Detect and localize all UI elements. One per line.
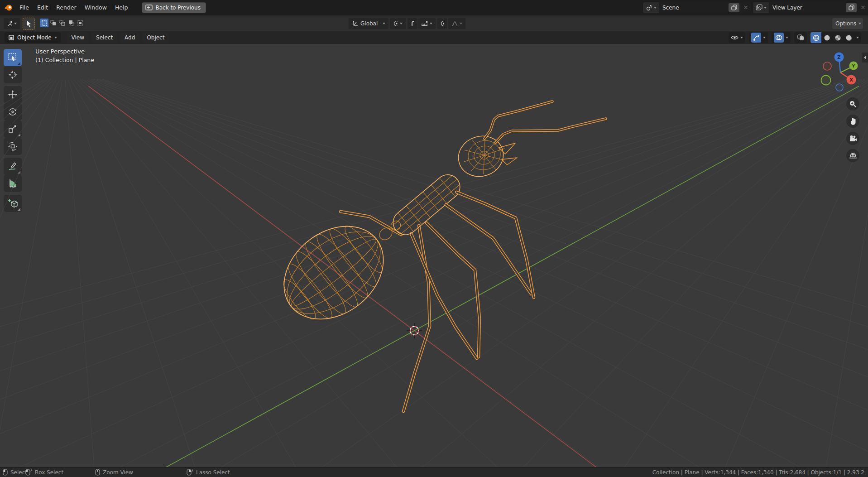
chevron-down-icon bbox=[856, 37, 859, 39]
xray-toggle-button[interactable] bbox=[794, 32, 807, 43]
screen-back-icon bbox=[145, 5, 153, 10]
copy-pages-icon bbox=[731, 5, 737, 10]
menu-window[interactable]: Window bbox=[81, 0, 111, 15]
solid-sphere-icon bbox=[824, 34, 830, 41]
active-tool-dropdown[interactable] bbox=[4, 18, 20, 29]
snap-with-dropdown[interactable] bbox=[418, 18, 436, 29]
menu-select[interactable]: Select bbox=[91, 32, 117, 43]
grid-icon bbox=[849, 152, 857, 159]
hand-icon bbox=[849, 117, 857, 125]
pivot-point-dropdown[interactable] bbox=[390, 18, 406, 29]
select-mode-extend-button[interactable] bbox=[49, 19, 58, 27]
status-bar: Select Box Select Zoom View Lasso Select… bbox=[0, 467, 868, 477]
scene-icon bbox=[646, 4, 652, 11]
hint-zoom-view: Zoom View bbox=[95, 467, 133, 477]
hint-select: Select bbox=[3, 467, 27, 477]
overlays-dropdown[interactable] bbox=[772, 32, 791, 43]
zoom-view-button[interactable] bbox=[846, 97, 859, 111]
shading-rendered-button[interactable] bbox=[843, 32, 854, 43]
shading-wireframe-button[interactable] bbox=[810, 32, 821, 43]
pan-view-button[interactable] bbox=[846, 115, 859, 128]
menu-view[interactable]: View bbox=[67, 32, 89, 43]
select-mode-invert-button[interactable] bbox=[67, 19, 76, 27]
shading-material-button[interactable] bbox=[832, 32, 843, 43]
gizmo-x-label: X bbox=[849, 77, 853, 82]
gizmo-neg-y-handle[interactable] bbox=[821, 76, 831, 85]
toggle-ortho-button[interactable] bbox=[846, 149, 859, 162]
sidebar-toggle[interactable] bbox=[862, 53, 868, 63]
magnet-icon bbox=[411, 20, 414, 27]
copy-pages-icon bbox=[849, 5, 854, 10]
scene-statistics: Collection | Plane | Verts:1,344 | Faces… bbox=[652, 467, 864, 477]
viewport-3d[interactable] bbox=[0, 31, 868, 467]
menu-add[interactable]: Add bbox=[120, 32, 139, 43]
view-layer-new-button[interactable] bbox=[846, 3, 857, 12]
blender-logo-icon[interactable] bbox=[4, 3, 13, 12]
transform-orientation-dropdown[interactable]: Global bbox=[349, 18, 388, 29]
shading-dropdown[interactable] bbox=[854, 32, 861, 43]
chevron-down-icon bbox=[764, 7, 767, 9]
gizmo-neg-x-handle[interactable] bbox=[823, 62, 831, 70]
back-to-previous-button[interactable]: Back to Previous bbox=[142, 2, 206, 13]
menu-help[interactable]: Help bbox=[111, 0, 132, 15]
tool-settings-bar: Global bbox=[0, 15, 868, 31]
menu-object[interactable]: Object bbox=[142, 32, 169, 43]
proportional-editing-button[interactable] bbox=[437, 18, 447, 29]
scene-selector[interactable]: Scene ✕ bbox=[643, 2, 751, 13]
view-layer-name-field[interactable]: View Layer bbox=[769, 5, 846, 11]
scene-browse-button[interactable] bbox=[643, 2, 659, 13]
options-dropdown[interactable]: Options bbox=[832, 18, 863, 29]
gizmo-y-label: Y bbox=[852, 63, 855, 68]
chevron-down-icon bbox=[400, 23, 403, 24]
chevron-down-icon bbox=[460, 23, 462, 24]
hint-box-select: Box Select bbox=[25, 467, 63, 477]
view-layer-selector[interactable]: View Layer ✕ bbox=[753, 2, 868, 13]
select-mode-intersect-button[interactable] bbox=[76, 19, 85, 27]
overlays-toggle-button[interactable] bbox=[774, 33, 784, 43]
menu-edit[interactable]: Edit bbox=[33, 0, 52, 15]
menu-file[interactable]: File bbox=[15, 0, 33, 15]
active-tool-icon bbox=[7, 20, 12, 27]
select-mode-set-button[interactable] bbox=[40, 19, 48, 27]
gizmo-z-label: Z bbox=[837, 55, 840, 60]
orientation-axes-icon bbox=[352, 20, 358, 27]
back-to-previous-label: Back to Previous bbox=[155, 5, 201, 11]
chevron-down-icon bbox=[740, 37, 743, 39]
camera-view-button[interactable] bbox=[846, 132, 859, 145]
chevron-down-icon bbox=[786, 37, 788, 39]
snap-toggle-button[interactable] bbox=[408, 18, 417, 29]
hint-lasso-select: Lasso Select bbox=[187, 467, 230, 477]
scene-new-button[interactable] bbox=[729, 3, 739, 12]
gizmos-dropdown[interactable] bbox=[749, 32, 768, 43]
scene-unlink-button[interactable]: ✕ bbox=[741, 2, 751, 13]
mode-dropdown[interactable]: Object Mode bbox=[5, 32, 61, 43]
shading-solid-button[interactable] bbox=[821, 32, 832, 43]
visibility-dropdown[interactable] bbox=[729, 32, 745, 43]
gizmo-neg-z-handle[interactable] bbox=[836, 84, 843, 91]
gizmo-toggle-button[interactable] bbox=[751, 33, 761, 43]
xray-icon bbox=[797, 34, 804, 41]
chevron-down-icon bbox=[54, 37, 57, 39]
lmb-drag-icon bbox=[25, 469, 32, 476]
proportional-falloff-dropdown[interactable] bbox=[448, 18, 465, 29]
view-layer-remove-button[interactable]: ✕ bbox=[858, 2, 868, 13]
chevron-down-icon bbox=[383, 23, 385, 24]
hint-label: Box Select bbox=[35, 469, 63, 476]
hint-label: Zoom View bbox=[103, 469, 133, 476]
active-tool-button-select-box[interactable] bbox=[23, 18, 35, 30]
object-mode-icon bbox=[8, 34, 14, 41]
navigation-gizmo[interactable]: Z Y X bbox=[813, 43, 868, 95]
camera-icon bbox=[849, 135, 857, 142]
rendered-sphere-icon bbox=[845, 34, 852, 41]
wireframe-sphere-icon bbox=[813, 34, 820, 41]
menu-render[interactable]: Render bbox=[52, 0, 81, 15]
view-layer-browse-button[interactable] bbox=[753, 2, 769, 13]
chevron-down-icon bbox=[763, 37, 766, 39]
select-mode-subtract-button[interactable] bbox=[58, 19, 67, 27]
view-name-label: User Perspective bbox=[35, 48, 85, 55]
scene-name-field[interactable]: Scene bbox=[659, 5, 729, 11]
chevron-down-icon bbox=[430, 23, 432, 24]
proportional-circle-icon bbox=[441, 20, 444, 27]
chevron-down-icon bbox=[14, 23, 17, 24]
snap-increment-icon bbox=[422, 20, 427, 27]
